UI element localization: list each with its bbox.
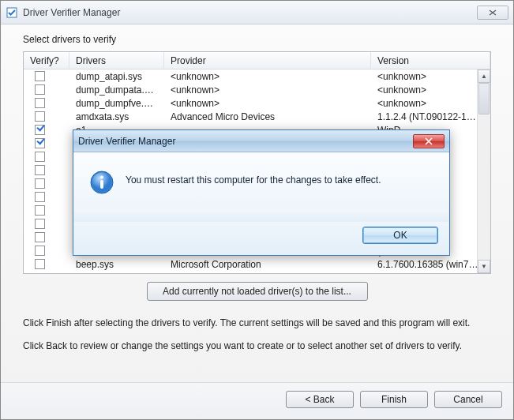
cell-provider: <unknown> [164, 84, 371, 96]
table-row[interactable]: dump_dumpata.sys<unknown><unknown> [24, 83, 490, 96]
dialog-close-button[interactable] [413, 134, 445, 148]
select-drivers-label: Select drivers to verify [23, 34, 491, 45]
verify-checkbox[interactable] [35, 246, 45, 256]
header-drivers[interactable]: Drivers [69, 52, 164, 69]
titlebar[interactable]: Driver Verifier Manager [1, 1, 513, 24]
cell-version: <unknown> [371, 71, 490, 82]
verify-checkbox[interactable] [35, 84, 45, 95]
table-header: Verify? Drivers Provider Version [24, 52, 490, 69]
verify-checkbox[interactable] [35, 111, 45, 122]
window-title: Driver Verifier Manager [23, 7, 120, 18]
vertical-scrollbar[interactable]: ▲ ▼ [477, 69, 490, 273]
verify-checkbox[interactable] [35, 98, 45, 108]
cancel-button[interactable]: Cancel [434, 391, 502, 408]
dialog-message: You must restart this computer for the c… [126, 170, 381, 186]
cell-provider: <unknown> [164, 71, 371, 82]
finish-button[interactable]: Finish [360, 391, 428, 408]
cell-driver: amdxata.sys [69, 111, 164, 122]
verify-checkbox[interactable] [35, 71, 45, 81]
restart-dialog: Driver Verifier Manager You must restart… [73, 129, 450, 256]
header-verify[interactable]: Verify? [24, 52, 69, 69]
header-provider[interactable]: Provider [164, 52, 371, 69]
wizard-footer: < Back Finish Cancel [1, 382, 513, 419]
window-close-button[interactable] [477, 6, 508, 20]
add-drivers-button[interactable]: Add currently not loaded driver(s) to th… [147, 282, 368, 301]
scroll-up-button[interactable]: ▲ [478, 69, 490, 83]
cell-version: <unknown> [371, 84, 490, 96]
dialog-titlebar[interactable]: Driver Verifier Manager [73, 130, 449, 152]
cell-version: 1.1.2.4 (NT.090122-1… [371, 111, 490, 122]
verify-checkbox[interactable] [35, 138, 45, 148]
cell-provider: <unknown> [164, 98, 371, 109]
svg-point-3 [100, 176, 103, 179]
verify-checkbox[interactable] [35, 232, 45, 242]
scroll-down-button[interactable]: ▼ [478, 260, 490, 273]
verify-checkbox[interactable] [35, 219, 45, 229]
cell-driver: dump_atapi.sys [69, 71, 164, 82]
svg-rect-4 [100, 180, 103, 189]
header-version[interactable]: Version [371, 52, 490, 69]
verify-checkbox[interactable] [35, 165, 45, 175]
cell-driver: dump_dumpata.sys [69, 84, 164, 96]
verify-checkbox[interactable] [35, 205, 45, 216]
table-row[interactable]: amdxata.sysAdvanced Micro Devices1.1.2.4… [24, 110, 490, 123]
table-row[interactable]: dump_atapi.sys<unknown><unknown> [24, 69, 490, 83]
info-icon [89, 170, 114, 195]
cell-driver: dump_dumpfve.sys [69, 98, 164, 109]
cell-provider: Microsoft Corporation [164, 259, 371, 270]
close-icon [424, 137, 433, 145]
app-icon [6, 6, 18, 19]
scroll-thumb[interactable] [478, 83, 490, 114]
dialog-title: Driver Verifier Manager [78, 136, 175, 147]
ok-button[interactable]: OK [362, 227, 438, 244]
verify-checkbox[interactable] [35, 152, 45, 162]
verify-checkbox[interactable] [35, 259, 45, 269]
cell-driver: beep.sys [69, 259, 164, 270]
cell-version: 6.1.7600.16385 (win7… [371, 259, 490, 270]
verify-checkbox[interactable] [35, 178, 45, 189]
back-button[interactable]: < Back [286, 391, 354, 408]
info-text-finish: Click Finish after selecting the drivers… [23, 317, 491, 330]
scroll-track[interactable] [478, 83, 490, 260]
close-icon [487, 9, 498, 17]
verify-checkbox[interactable] [35, 125, 45, 135]
table-row[interactable]: dump_dumpfve.sys<unknown><unknown> [24, 96, 490, 110]
cell-version: <unknown> [371, 98, 490, 109]
verify-checkbox[interactable] [35, 192, 45, 202]
info-text-back: Click Back to review or change the setti… [23, 339, 491, 353]
table-row[interactable]: beep.sysMicrosoft Corporation6.1.7600.16… [24, 257, 490, 271]
cell-provider: Advanced Micro Devices [164, 111, 371, 122]
